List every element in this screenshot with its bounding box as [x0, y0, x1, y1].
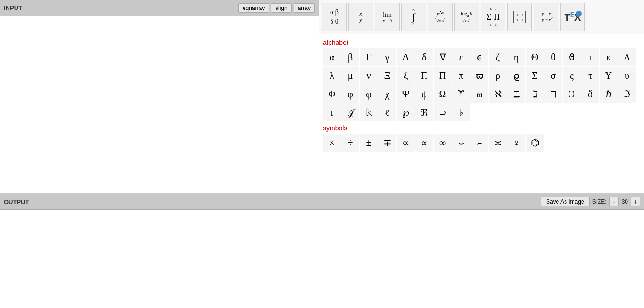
- symbol-Theta[interactable]: Θ: [526, 48, 544, 66]
- symbol-delta[interactable]: δ: [415, 48, 433, 66]
- symbol-nabla[interactable]: ∇: [434, 48, 452, 66]
- input-panel: INPUT eqnarray align array: [0, 0, 319, 193]
- symbol-Gamma[interactable]: Γ: [360, 48, 378, 66]
- output-header: OUTPUT Save As Image SIZE: - 30 +: [0, 194, 644, 210]
- symbol-ell[interactable]: ℓ: [378, 103, 396, 121]
- symbol-Omega[interactable]: Ω: [434, 85, 452, 103]
- symbol-Upsilon[interactable]: Υ: [600, 67, 618, 85]
- symbol-eta[interactable]: η: [507, 48, 525, 66]
- symbol-flat[interactable]: ♭: [452, 103, 470, 121]
- symbol-phi[interactable]: φ: [341, 85, 359, 103]
- symbol-tau[interactable]: τ: [581, 67, 599, 85]
- array-button[interactable]: array: [294, 3, 315, 13]
- symbol-Phi[interactable]: Φ: [323, 85, 341, 103]
- symbol-Delta[interactable]: Δ: [397, 48, 415, 66]
- symbol-triangle[interactable]: ⌬: [526, 134, 544, 152]
- symbol-kappa[interactable]: κ: [600, 48, 618, 66]
- save-as-image-button[interactable]: Save As Image: [541, 197, 590, 206]
- symbol-Pi[interactable]: Π: [415, 67, 433, 85]
- symbol-zeta[interactable]: ζ: [489, 48, 507, 66]
- symbol-alpha[interactable]: α: [323, 48, 341, 66]
- symbol-Im[interactable]: ℑ: [618, 85, 636, 103]
- symbol-upsilon[interactable]: υ: [618, 67, 636, 85]
- input-buttons: eqnarray align array: [238, 3, 315, 13]
- symbol-varsigma[interactable]: ς: [563, 67, 581, 85]
- symbol-sigma[interactable]: σ: [544, 67, 562, 85]
- symbol-xi[interactable]: ξ: [397, 67, 415, 85]
- symbol-female[interactable]: ♀: [507, 134, 525, 152]
- symbol-varUpsilon[interactable]: ϒ: [452, 85, 470, 103]
- symbol-supset[interactable]: ⊃: [434, 103, 452, 121]
- symbol-hbar[interactable]: ℏ: [600, 85, 618, 103]
- symbol-beta[interactable]: β: [341, 48, 359, 66]
- symbol-script-i[interactable]: 𝒥: [341, 103, 359, 121]
- toolbar-log-button[interactable]: loga b b√x xa: [454, 3, 479, 31]
- symbol-lambda[interactable]: λ: [323, 67, 341, 85]
- toolbar-derivative-button[interactable]: f'Δx n√x xa: [428, 3, 453, 31]
- symbol-div[interactable]: ÷: [341, 134, 359, 152]
- symbol-beth[interactable]: ℶ: [507, 85, 525, 103]
- toolbar-row: α β δ θ x y lim x→0: [319, 0, 644, 34]
- symbol-frown[interactable]: ⌢: [470, 134, 488, 152]
- symbol-chi[interactable]: χ: [378, 85, 396, 103]
- symbol-smile[interactable]: ⌣: [452, 134, 470, 152]
- symbol-varrho[interactable]: ϱ: [507, 67, 525, 85]
- symbol-Re[interactable]: ℜ: [415, 103, 433, 121]
- symbol-pi[interactable]: π: [452, 67, 470, 85]
- symbol-propto2[interactable]: ∝: [415, 134, 433, 152]
- symbol-theta[interactable]: θ: [544, 48, 562, 66]
- symbol-pm[interactable]: ±: [360, 134, 378, 152]
- symbols-label: symbols: [323, 124, 640, 132]
- output-content: [0, 210, 644, 308]
- symbol-varphi[interactable]: φ: [360, 85, 378, 103]
- symbol-dotlessi[interactable]: ı: [323, 103, 341, 121]
- eqnarray-button[interactable]: eqnarray: [238, 3, 269, 13]
- toolbar-integral-button[interactable]: b ∫ a: [401, 3, 426, 31]
- symbol-Psi[interactable]: Ψ: [397, 85, 415, 103]
- output-panel: OUTPUT Save As Image SIZE: - 30 +: [0, 194, 644, 308]
- symbol-wp[interactable]: ℘: [397, 103, 415, 121]
- symbol-Sigma[interactable]: Σ: [526, 67, 544, 85]
- symbol-infty[interactable]: ∞: [434, 134, 452, 152]
- symbol-asymp[interactable]: ≍: [489, 134, 507, 152]
- symbol-Xi[interactable]: Ξ: [378, 67, 396, 85]
- toolbar-matrix-button[interactable]: a a a a: [507, 3, 532, 31]
- symbol-Pi2[interactable]: Π: [434, 67, 452, 85]
- toolbar-tex-button[interactable]: TEX: [560, 3, 585, 31]
- symbol-gamma[interactable]: γ: [378, 48, 396, 66]
- symbol-omega[interactable]: ω: [470, 85, 488, 103]
- symbol-epsilon[interactable]: ε: [452, 48, 470, 66]
- output-title: OUTPUT: [4, 198, 29, 205]
- symbol-varpi[interactable]: ϖ: [470, 67, 488, 85]
- alphabet-label: alphabet: [323, 39, 640, 46]
- size-minus-button[interactable]: -: [609, 197, 619, 206]
- input-textarea[interactable]: [0, 16, 319, 193]
- align-button[interactable]: align: [271, 3, 291, 13]
- symbol-propto1[interactable]: ∝: [397, 134, 415, 152]
- symbol-psi[interactable]: ψ: [415, 85, 433, 103]
- symbol-gimel[interactable]: ℷ: [526, 85, 544, 103]
- symbol-Lambda[interactable]: Λ: [618, 48, 636, 66]
- toolbar-greek-button[interactable]: α β δ θ: [322, 3, 347, 31]
- symbol-scroll[interactable]: alphabet α β Γ γ Δ δ ∇ ε ϵ ζ η Θ θ ϑ ι κ: [319, 34, 644, 193]
- toolbar-fraction-button[interactable]: x y: [348, 3, 373, 31]
- symbol-mp[interactable]: ∓: [378, 134, 396, 152]
- symbol-varepsilon[interactable]: ϵ: [470, 48, 488, 66]
- symbols-grid: × ÷ ± ∓ ∝ ∝ ∞ ⌣ ⌢ ≍ ♀ ⌬: [323, 134, 640, 152]
- symbol-mathbb-k[interactable]: 𝕜: [360, 103, 378, 121]
- toolbar-limit-button[interactable]: lim x→0: [375, 3, 400, 31]
- symbol-times[interactable]: ×: [323, 134, 341, 152]
- symbol-nu[interactable]: ν: [360, 67, 378, 85]
- symbol-eth[interactable]: ð: [581, 85, 599, 103]
- symbol-iota[interactable]: ι: [581, 48, 599, 66]
- symbol-vartheta[interactable]: ϑ: [563, 48, 581, 66]
- symbol-aleph[interactable]: ℵ: [489, 85, 507, 103]
- toolbar-system-button[interactable]: y − x y = x2: [534, 3, 558, 31]
- symbol-reversed-e[interactable]: Э: [563, 85, 581, 103]
- symbol-rho[interactable]: ρ: [489, 67, 507, 85]
- symbol-panel: α β δ θ x y lim x→0: [319, 0, 644, 193]
- toolbar-sum-button[interactable]: b b Σ Π a a: [481, 3, 505, 31]
- symbol-mu[interactable]: μ: [341, 67, 359, 85]
- size-plus-button[interactable]: +: [631, 197, 640, 206]
- symbol-daleth[interactable]: ℸ: [544, 85, 562, 103]
